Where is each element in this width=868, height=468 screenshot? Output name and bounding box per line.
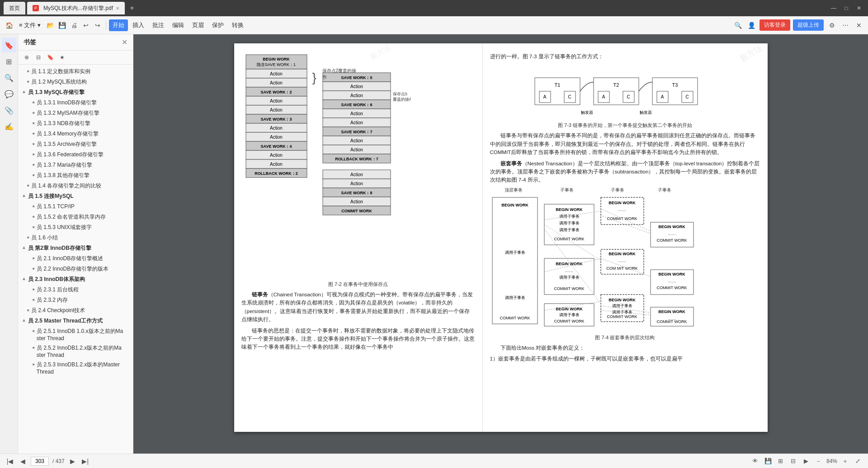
toc-item-2-1[interactable]: ■员 2.1 InnoDB存储引擎概述 (18, 253, 133, 264)
last-page-button[interactable]: ▶| (81, 457, 90, 466)
toc-item-2-3[interactable]: ▲员 2.3 InnoDB体系架构 (18, 274, 133, 285)
toc-item-1-3-8[interactable]: ■员 1.3.8 其他存储引擎 (18, 170, 133, 181)
insert-menu-item[interactable]: 插入 (129, 19, 148, 31)
toc-item-2-3-2[interactable]: ■员 2.3.2 内存 (18, 295, 133, 305)
toc-item-2-5-3[interactable]: ■员 2.5.3 InnoDB1.2.x版本的Master Thread (18, 360, 133, 376)
toc-item-1-6[interactable]: ■员 1.6 小结 (18, 233, 133, 243)
sidebar-title: 书签 (24, 38, 36, 47)
svg-text:COMMIT WORK: COMMIT WORK (656, 285, 687, 290)
page-right: 进行的一样。图 7-3 显示了链事务的工作方式： T1 A C (483, 43, 768, 432)
svg-text:Action: Action (350, 84, 363, 89)
layout-tool-button[interactable]: ⊟ (788, 456, 798, 466)
toc-item-2-5-1[interactable]: ■员 2.5.1 InnoDB 1.0.x版本之前的Ma ster Thread (18, 326, 133, 343)
toc-item-2-2[interactable]: ■员 2.2 InnoDB存储引擎的版本 (18, 264, 133, 274)
home-icon[interactable]: 🏠 (4, 20, 14, 31)
svg-text:COMMIT WORK: COMMIT WORK (554, 286, 584, 291)
search-strip-icon[interactable]: 🔍 (2, 70, 16, 85)
pdf-tab-close[interactable]: ✕ (116, 6, 119, 11)
svg-text:BEGIN WORK: BEGIN WORK (609, 252, 636, 256)
page-number-input[interactable] (31, 457, 49, 466)
undo-button[interactable]: ↩ (80, 20, 91, 31)
next-page-button[interactable]: ▶ (68, 457, 77, 466)
page-menu-item[interactable]: 页眉 (189, 19, 208, 31)
maximize-button[interactable]: □ (841, 3, 852, 14)
svg-text:……: …… (668, 231, 676, 236)
toc-item-1-3-7[interactable]: ■员 1.3.7 Maria存储引擎 (18, 160, 133, 170)
user-icon[interactable]: 👤 (746, 20, 757, 31)
fig74-caption: 图 7-4 嵌套事务的层次结构 (490, 334, 760, 341)
chrome-window-controls: — □ ✕ (828, 3, 864, 14)
toc-item-1-3-1[interactable]: ■员 1.3.1 InnoDB存储引擎 (18, 98, 133, 108)
edit-menu-item[interactable]: 编辑 (169, 19, 188, 31)
toc-item-1-5-2[interactable]: ■员 1.5.2 命名管道和共享内存 (18, 212, 133, 222)
zoom-out-button[interactable]: － (814, 456, 824, 466)
toc-item-1-5[interactable]: ▲员 1.5 连接MySQL (18, 191, 133, 201)
toc-item-1-3-6[interactable]: ■员 1.3.6 Federated存储引擎 (18, 150, 133, 160)
start-menu-item[interactable]: 开始 (109, 19, 128, 31)
sidebar-left-strip: 🔖 ⊞ 🔍 💬 📎 ✍ (0, 34, 18, 454)
toc-item-1-5-1[interactable]: ■员 1.5.1 TCP/IP (18, 201, 133, 212)
svg-text:Action: Action (350, 181, 363, 186)
open-button[interactable]: 📂 (45, 20, 56, 31)
toc-item-ch2[interactable]: ▲员 第2章 InnoDB存储引擎 (18, 243, 133, 253)
eye-tool-button[interactable]: 👁 (750, 456, 760, 466)
search-icon[interactable]: 🔍 (732, 20, 743, 31)
toc-item-1-3-5[interactable]: ■员 1.3.5 Archive存储引擎 (18, 139, 133, 150)
comment-menu-item[interactable]: 批注 (149, 19, 168, 31)
upload-button[interactable]: 超级上传 (793, 19, 824, 31)
toc-item-1-3-4[interactable]: ■员 1.3.4 Memory存储引擎 (18, 129, 133, 139)
expand-button[interactable]: ⤢ (853, 456, 863, 466)
toc-item-1-3[interactable]: ▲员 1.3 MySQL存储引擎 (18, 87, 133, 98)
sidebar-icon-4[interactable]: ★ (57, 52, 67, 62)
sidebar-icon-row: ⊕ ⊟ 🔖 ★ (18, 51, 133, 65)
toc-item-1-4[interactable]: ■员 1.4 各存储引擎之间的比较 (18, 181, 133, 191)
protect-menu-item[interactable]: 保护 (208, 19, 227, 31)
svg-text:T3: T3 (672, 82, 678, 88)
toc-item-2-5[interactable]: ▲员 2.5 Master Thread工作方式 (18, 316, 133, 326)
toc-item-1-1[interactable]: ■员 1.1 定义数据库和实例 (18, 66, 133, 77)
minimize-button[interactable]: — (828, 3, 839, 14)
sidebar-icon-1[interactable]: ⊕ (22, 52, 32, 62)
settings-icon[interactable]: ⚙ (826, 20, 837, 31)
save-button[interactable]: 💾 (57, 20, 68, 31)
left-para-1: 链事务（Chained Transaction）可视为保存点模式的一种变种。带有… (241, 290, 475, 324)
comment-strip-icon[interactable]: 💬 (2, 87, 16, 101)
svg-text:触发器: 触发器 (580, 110, 593, 115)
pdf-tab[interactable]: P MySQL技术内...存储引擎.pdf ✕ (27, 2, 125, 14)
zoom-level-label: 84% (826, 458, 837, 464)
sidebar-close-button[interactable]: ✕ (122, 38, 127, 47)
toc-item-1-2[interactable]: ■员 1.2 MySQL系统结构 (18, 77, 133, 87)
toc-item-2-3-1[interactable]: ■员 2.3.1 后台线程 (18, 285, 133, 295)
sidebar-icon-2[interactable]: ⊟ (33, 52, 43, 62)
thumbnail-strip-icon[interactable]: ⊞ (2, 54, 16, 69)
more-icon[interactable]: ⋯ (840, 20, 851, 31)
new-tab-button[interactable]: + (127, 3, 137, 14)
nested-col-sub1: 子事务 (541, 187, 593, 193)
svg-text:ROLLBACK WORK：2: ROLLBACK WORK：2 (255, 171, 298, 176)
close-app-icon[interactable]: ✕ (854, 20, 864, 31)
print-button[interactable]: 🖨 (69, 20, 80, 31)
file-menu[interactable]: ≡ 文件 ▾ (15, 19, 44, 31)
toc-item-1-3-2[interactable]: ■员 1.3.2 MyISAM存储引擎 (18, 108, 133, 118)
zoom-in-button[interactable]: ＋ (840, 456, 850, 466)
toc-item-2-4[interactable]: ■员 2.4 Checkpoint技术 (18, 305, 133, 316)
sidebar-icon-3[interactable]: 🔖 (45, 52, 55, 62)
home-tab[interactable]: 首页 (4, 2, 25, 14)
right-para-2: 嵌套事务（Nested Transaction）是一个层次结构框架。由一个顶层事… (490, 159, 760, 184)
svg-text:……: …… (668, 279, 676, 283)
first-page-button[interactable]: |◀ (5, 457, 14, 466)
login-button[interactable]: 访客登录 (760, 19, 790, 31)
grid-tool-button[interactable]: ⊞ (776, 456, 786, 466)
redo-button[interactable]: ↪ (92, 20, 103, 31)
prev-page-button[interactable]: ◀ (18, 457, 27, 466)
toc-item-2-5-2[interactable]: ■员 2.5.2 InnoDB1.2.x版本之前的Ma ster Thread (18, 343, 133, 360)
play-button[interactable]: ▶ (801, 456, 811, 466)
close-button[interactable]: ✕ (854, 3, 864, 14)
convert-menu-item[interactable]: 转换 (228, 19, 247, 31)
toc-item-1-3-3[interactable]: ■员 1.3.3 NDB存储引擎 (18, 118, 133, 129)
toc-item-1-5-3[interactable]: ■员 1.5.3 UNIX域套接字 (18, 222, 133, 233)
attachment-strip-icon[interactable]: 📎 (2, 103, 16, 117)
save-tool-button[interactable]: 💾 (763, 456, 773, 466)
signature-strip-icon[interactable]: ✍ (2, 119, 16, 134)
bookmark-strip-icon[interactable]: 🔖 (2, 38, 16, 52)
